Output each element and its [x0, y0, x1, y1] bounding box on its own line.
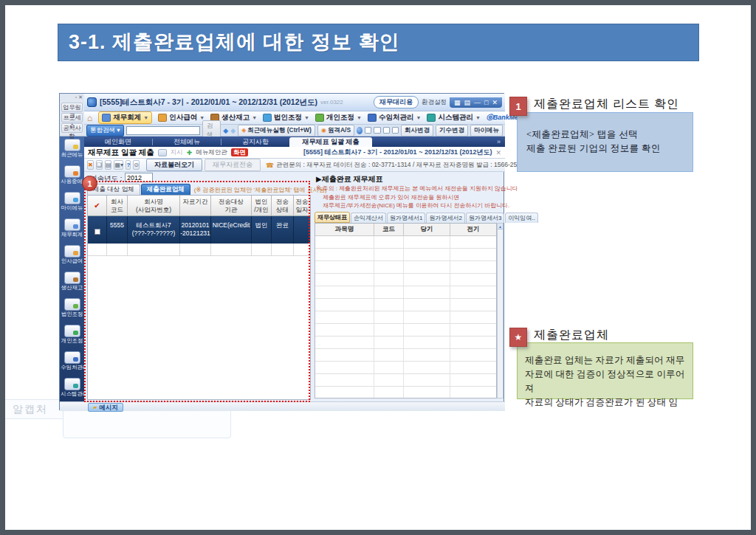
search-scope-dropdown[interactable]: 통합검색 ▾: [86, 125, 124, 137]
tab-retained-earnings[interactable]: 이익잉여..: [505, 213, 537, 223]
tab-submit-complete[interactable]: 제출완료업체: [141, 184, 190, 195]
remote-as-button[interactable]: ◉원격A/S: [317, 125, 354, 137]
menu-system-mgmt[interactable]: 시스템관리▼: [427, 113, 480, 122]
fs-empty-row: [315, 324, 496, 336]
cell-entity-type: 법인: [252, 216, 272, 244]
zoom-icon[interactable]: ⊙: [133, 160, 140, 170]
pin-icon[interactable]: ▫: [75, 94, 77, 101]
chevron-down-icon: ▼: [475, 115, 481, 120]
more-tabs-icon[interactable]: »: [497, 138, 505, 145]
sidebar-item-system-mgmt[interactable]: 시스템관리: [60, 378, 84, 404]
page-header: 재무제표 일괄 제출 지시 ✚ 메뉴제안관 화면 [5555] 테스트회사7 -…: [84, 147, 505, 159]
check-all-icon[interactable]: ✔: [88, 196, 107, 216]
maximize-button[interactable]: □: [484, 99, 488, 106]
sidebar-item-hr-payroll[interactable]: 인사급여: [60, 245, 84, 271]
finance-menu-icon: [102, 114, 111, 122]
grid-header-row: ✔ 회사코드 회사명(사업자번호) 자료기간 전송대상기관 법인/개인 전송상태…: [88, 196, 310, 216]
sidebar-item-finance[interactable]: 재무회계: [60, 218, 84, 244]
note-line: 자료의 상태가 검증완료가 된 상태 임: [525, 396, 693, 410]
page-title: 재무제표 일괄 제출: [88, 148, 154, 158]
change-period-button[interactable]: 기수변경: [436, 125, 468, 137]
print-icon[interactable]: ▦▾: [114, 160, 123, 170]
my-menu-icon: [64, 192, 80, 204]
app-titlebar: [5555]테스트회사7 - 3기 - 2012/01/01 ~ 2012/12…: [84, 94, 505, 111]
sidebar-item-my-menu[interactable]: 마이메뉴: [60, 192, 84, 218]
next-arrow-icon[interactable]: ◆: [230, 127, 236, 134]
tab-all-menu[interactable]: 전체메뉴: [153, 137, 221, 147]
tab-balance-sheet[interactable]: 재무상태표: [315, 212, 350, 223]
menu-suggest-link[interactable]: 메뉴제안관: [196, 148, 227, 157]
page-close-icon[interactable]: ✕: [495, 149, 501, 156]
row-checkbox[interactable]: [94, 229, 100, 235]
message-tab[interactable]: ▰ 메시지: [88, 403, 123, 412]
cell-send-status: 완료: [272, 216, 294, 244]
close-button[interactable]: ✕: [492, 99, 498, 106]
close-icon[interactable]: ✕: [78, 94, 83, 101]
excel-icon[interactable]: ✖: [87, 160, 94, 170]
sidebar-item-notice[interactable]: 공지사항: [61, 123, 83, 133]
my-menu-button[interactable]: 마이메뉴: [470, 125, 503, 137]
sidebar-item-work-link[interactable]: 업무링크: [61, 103, 83, 112]
sidebar-item-client-mgmt[interactable]: 수임처관리: [60, 351, 84, 377]
window-slot-icon[interactable]: [383, 127, 390, 134]
help-icon[interactable]: ?▾: [126, 160, 131, 170]
globe-icon[interactable]: [357, 127, 362, 134]
load-data-button[interactable]: 자료불러오기: [146, 159, 202, 171]
window-controls: ▦ ▤ — □ ✕: [450, 97, 502, 108]
menu-hr-payroll[interactable]: 인사급여▼: [158, 113, 205, 122]
memo-icon[interactable]: ❏: [96, 160, 103, 170]
page-toolbar: ✖ ❏ ▤ ▦▾ ?▾ ⊙ 자료불러오기 재무자료전송 ☎ 관련문의 : 재무자…: [84, 159, 505, 172]
sidebar-item-process[interactable]: 프로세스: [61, 113, 83, 122]
sidebar-item-personal-adjust[interactable]: 개인조정: [60, 325, 84, 351]
menu-finance[interactable]: 재무회계▼: [98, 111, 152, 124]
fs-detail-pane: ▶제출완료 재무제표 ※ 주의 : 제출완료처리된 재무제표는 본 메뉴에서 재…: [315, 172, 504, 400]
chevron-down-icon: ▼: [416, 115, 421, 120]
menu-corp-adjust[interactable]: 법인조정▼: [263, 113, 309, 122]
tab-notice[interactable]: 공지사항: [221, 137, 289, 147]
screen-badge[interactable]: 화면: [231, 148, 248, 156]
layout-grid-icon[interactable]: ▦: [454, 99, 461, 106]
menu-personal-adjust[interactable]: 개인조정▼: [315, 113, 362, 122]
settings-link[interactable]: 환경설정: [422, 98, 447, 107]
recent-menu-run-button[interactable]: ◈최근메뉴실행 (Ctrl+W): [238, 125, 315, 137]
system-mgmt-menu-icon: [427, 114, 436, 122]
tab-note: (※ 검증완료된 업체만 '제출완료업체' 탭에 표시됨): [191, 186, 327, 194]
layout-split-icon[interactable]: ▤: [464, 99, 471, 106]
search-input[interactable]: [126, 126, 200, 135]
scrollbar[interactable]: ▲: [497, 223, 504, 398]
minimize-button[interactable]: —: [474, 99, 481, 106]
folder-icon[interactable]: ▤: [105, 160, 112, 170]
fs-empty-row: [315, 299, 496, 311]
note-line: 제출 완료된 기업의 정보를 확인: [526, 142, 661, 156]
window-slot-icon[interactable]: [374, 127, 380, 134]
menu-client-mgmt[interactable]: 수임처관리▼: [368, 113, 421, 122]
fs-tabs: 재무상태표 손익계산서 원가명세서1 원가명세서2 원가명세서3 이익잉여..: [315, 213, 538, 223]
window-slot-icon[interactable]: [365, 127, 371, 134]
window-slot-icon[interactable]: [392, 127, 399, 134]
tab-cost-statement-3[interactable]: 원가명세서3: [466, 213, 504, 223]
company-info: [5555] 테스트회사7 - 3기 - 2012/01/01 ~ 2012/1…: [303, 148, 492, 157]
sidebar-item-active-menu[interactable]: 사용중메뉴: [60, 165, 84, 191]
table-row-selected[interactable]: 5555 테스트회사7(???-??-?????) 20120101-20121…: [88, 216, 310, 244]
year-input[interactable]: [125, 173, 153, 182]
prev-arrow-icon[interactable]: ◆: [223, 127, 228, 134]
sidebar-item-production[interactable]: 생산재고: [60, 272, 84, 297]
sidebar-item-corp-adjust[interactable]: 법인조정: [60, 298, 84, 324]
fs-empty-row: [315, 311, 496, 324]
tab-main-screen[interactable]: 메인화면: [84, 137, 152, 147]
plus-icon[interactable]: ✚: [187, 149, 193, 156]
scroll-up-icon[interactable]: ▲: [498, 224, 503, 229]
app-window: ▫ ✕ 업무링크 프로세스 공지사항 최근메뉴 사용중메뉴 마이메뉴 재무회계 …: [59, 93, 504, 410]
change-company-button[interactable]: 회사변경: [401, 125, 433, 137]
home-icon[interactable]: ⌂: [87, 114, 92, 122]
send-data-button: 재무자료전송: [205, 159, 261, 171]
tab-cost-statement-2[interactable]: 원가명세서2: [426, 213, 464, 223]
fs-empty-row: [315, 336, 496, 349]
slide-title: 3-1. 제출완료업체에 대한 정보 확인: [58, 24, 699, 61]
tab-cost-statement-1[interactable]: 원가명세서1: [387, 213, 425, 223]
fs-empty-row: [315, 362, 496, 374]
sidebar-item-recent-menu[interactable]: 최근메뉴: [60, 139, 84, 165]
tab-fs-batch-submit[interactable]: 재무제표 일괄 제출: [289, 137, 372, 147]
screen-icon[interactable]: [158, 149, 167, 156]
tab-income-statement[interactable]: 손익계산서: [351, 213, 386, 223]
